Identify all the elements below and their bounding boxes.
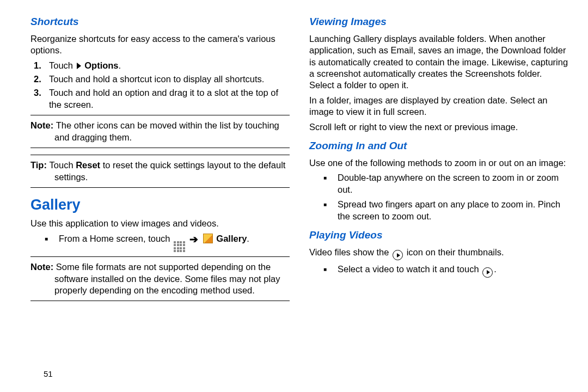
left-column: Shortcuts Reorganize shortcuts for easy … xyxy=(30,15,290,305)
videos-intro: Video files show the icon on their thumb… xyxy=(309,247,568,261)
gallery-launch-list: From a Home screen, touch ➔ Gallery. xyxy=(30,233,290,253)
gallery-icon xyxy=(203,234,213,243)
zoom-method-1: Double-tap anywhere on the screen to zoo… xyxy=(338,172,568,195)
videos-step-1: Select a video to watch it and touch . xyxy=(338,264,568,278)
videos-steps: Select a video to watch it and touch . xyxy=(309,264,568,278)
viewing-p2: In a folder, images are displayed by cre… xyxy=(309,95,568,118)
shortcuts-intro: Reorganize shortcuts for easy access to … xyxy=(30,33,290,57)
step-1: Touch Options. xyxy=(45,60,290,71)
note-file-formats: Note: Some file formats are not supporte… xyxy=(30,261,290,296)
right-column: Viewing Images Launching Gallery display… xyxy=(309,15,568,305)
viewing-p1: Launching Gallery displays available fol… xyxy=(309,33,568,91)
apps-grid-icon xyxy=(174,241,185,253)
divider xyxy=(30,187,290,188)
heading-zooming: Zooming In and Out xyxy=(309,139,568,153)
viewing-p3: Scroll left or right to view the next or… xyxy=(309,121,568,133)
play-icon xyxy=(482,267,493,278)
play-icon xyxy=(393,250,403,260)
heading-gallery: Gallery xyxy=(30,195,290,215)
divider xyxy=(30,301,290,301)
divider xyxy=(30,148,290,148)
divider xyxy=(30,155,290,155)
zoom-methods: Double-tap anywhere on the screen to zoo… xyxy=(309,172,568,222)
step-2: Touch and hold a shortcut icon to displa… xyxy=(45,74,290,85)
gallery-launch-item: From a Home screen, touch ➔ Gallery. xyxy=(59,233,290,253)
note-move-icons: Note: The other icons can be moved withi… xyxy=(30,120,290,143)
shortcuts-steps: Touch Options. Touch and hold a shortcut… xyxy=(30,60,290,111)
heading-viewing-images: Viewing Images xyxy=(309,15,568,29)
zoom-method-2: Spread two fingers apart on any place to… xyxy=(338,199,568,222)
zoom-intro: Use one of the following methods to zoom… xyxy=(309,157,568,169)
gallery-intro: Use this application to view images and … xyxy=(30,218,290,229)
heading-playing-videos: Playing Videos xyxy=(309,229,568,242)
arrow-right-icon: ➔ xyxy=(189,234,198,245)
step-3: Touch and hold an option and drag it to … xyxy=(45,87,290,111)
page-number: 51 xyxy=(44,369,53,379)
tip-reset: Tip: Touch Reset to reset the quick sett… xyxy=(30,160,290,183)
divider xyxy=(30,256,290,257)
chevron-right-icon xyxy=(77,63,81,69)
heading-shortcuts: Shortcuts xyxy=(30,15,290,29)
divider xyxy=(30,115,290,115)
